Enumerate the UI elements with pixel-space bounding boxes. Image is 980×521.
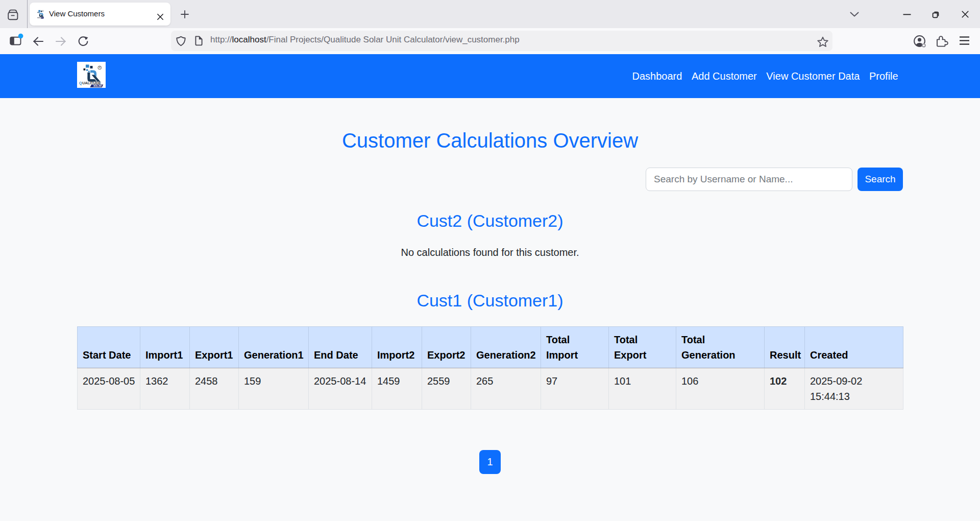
svg-text:SOLAR: SOLAR: [93, 84, 102, 87]
svg-text:R: R: [99, 66, 101, 69]
